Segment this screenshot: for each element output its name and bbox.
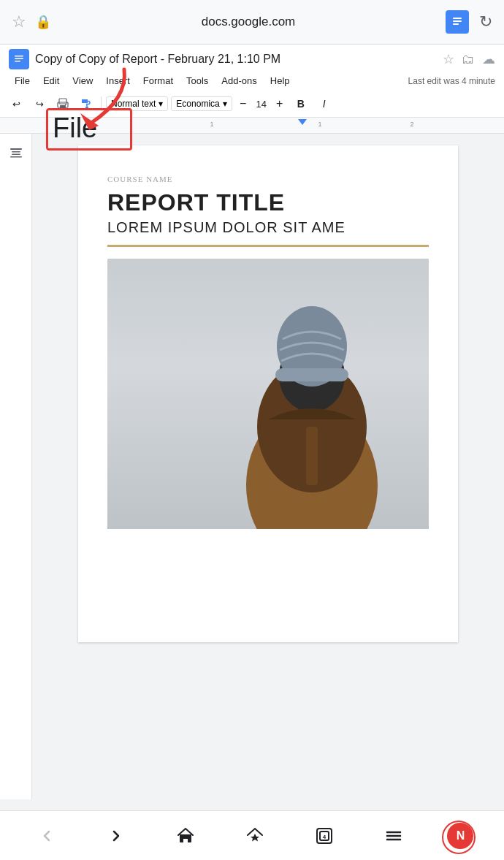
gdocs-logo (9, 49, 29, 69)
menu-file[interactable]: File (9, 72, 36, 89)
menu-help[interactable]: Help (264, 72, 296, 89)
svg-rect-2 (453, 20, 462, 22)
toolbar-separator-1 (101, 96, 102, 111)
font-value: Economica (176, 99, 219, 109)
style-chevron: ▾ (159, 99, 163, 109)
ruler-mark-1: 1 (210, 121, 213, 128)
gold-divider (107, 245, 429, 247)
star-icon[interactable]: ☆ (12, 12, 26, 31)
bookmark-icon[interactable]: ☆ (443, 51, 454, 67)
style-value: Normal text (111, 99, 156, 109)
tabs-button[interactable]: 4 (308, 820, 340, 852)
lorem-text: LOREM IPSUM DOLOR SIT AME (107, 219, 429, 236)
lock-icon: 🔒 (35, 14, 51, 30)
browser-chrome: ☆ 🔒 docs.google.com ↻ (0, 0, 504, 45)
person-silhouette (210, 281, 414, 529)
svg-text:4: 4 (323, 834, 327, 840)
undo-button[interactable]: ↩ (6, 94, 26, 114)
home-button[interactable] (169, 820, 202, 852)
doc-header: Copy of Copy of Report - February 21, 1:… (0, 45, 504, 91)
ruler-inner: 1 1 2 (98, 118, 498, 133)
redo-button[interactable]: ↪ (29, 94, 50, 114)
course-name: COURSE NAME (107, 175, 429, 183)
svg-rect-5 (15, 56, 23, 57)
menu-insert[interactable]: Insert (100, 72, 136, 89)
title-icons: ☆ 🗂 ☁ (443, 51, 495, 67)
bookmarks-button[interactable] (239, 820, 271, 852)
svg-rect-10 (60, 105, 66, 108)
bold-button[interactable]: B (291, 94, 311, 114)
address-left: ☆ 🔒 (12, 12, 51, 31)
ruler-mark-2: 1 (318, 121, 321, 128)
docs-app-icon[interactable] (446, 10, 469, 34)
svg-rect-3 (453, 23, 459, 25)
address-bar: ☆ 🔒 docs.google.com ↻ (0, 0, 504, 44)
font-size-controls: − 14 + (235, 96, 288, 112)
refresh-icon[interactable]: ↻ (479, 12, 492, 31)
font-chevron: ▾ (223, 99, 227, 109)
ruler-marker[interactable] (298, 119, 307, 125)
user-avatar[interactable]: N (447, 823, 473, 849)
svg-rect-7 (15, 61, 20, 62)
font-size-decrease[interactable]: − (235, 96, 251, 112)
url-text: docs.google.com (202, 15, 296, 29)
main-area: COURSE NAME REPORT TITLE LOREM IPSUM DOL… (0, 134, 504, 799)
menu-tools[interactable]: Tools (180, 72, 214, 89)
menu-addons[interactable]: Add-ons (215, 72, 262, 89)
svg-rect-6 (15, 58, 23, 60)
menu-edit[interactable]: Edit (37, 72, 65, 89)
font-dropdown[interactable]: Economica ▾ (171, 96, 232, 111)
font-size-value[interactable]: 14 (253, 99, 270, 110)
menu-view[interactable]: View (66, 72, 99, 89)
svg-rect-14 (12, 151, 20, 153)
back-button[interactable] (31, 820, 63, 852)
document-area: COURSE NAME REPORT TITLE LOREM IPSUM DOL… (32, 134, 504, 799)
font-size-increase[interactable]: + (272, 96, 288, 112)
document-image (107, 259, 429, 529)
svg-rect-16 (10, 156, 22, 158)
menu-format[interactable]: Format (137, 72, 179, 89)
print-button[interactable] (53, 94, 73, 114)
address-right: ↻ (446, 10, 492, 34)
bottom-nav: 4 N (0, 810, 504, 860)
svg-rect-22 (306, 427, 318, 485)
ruler-mark-3: 2 (410, 121, 413, 128)
svg-rect-12 (85, 107, 88, 108)
style-dropdown[interactable]: Normal text ▾ (106, 96, 168, 111)
doc-title-row: Copy of Copy of Report - February 21, 1:… (9, 49, 495, 69)
report-title: REPORT TITLE (107, 189, 429, 216)
svg-rect-1 (453, 18, 462, 19)
svg-rect-13 (10, 148, 22, 150)
last-edit-text: Last edit was 4 minute (408, 76, 495, 86)
menu-bar: File Edit View Insert Format Tools Add-o… (9, 71, 495, 91)
sidebar-panel (0, 134, 32, 799)
folder-icon[interactable]: 🗂 (462, 52, 475, 67)
cloud-icon[interactable]: ☁ (482, 51, 495, 67)
svg-point-11 (65, 104, 66, 105)
format-toolbar: ↩ ↪ Normal text ▾ Economica ▾ − 14 + B I (0, 91, 504, 118)
doc-title: Copy of Copy of Report - February 21, 1:… (35, 53, 437, 66)
italic-button[interactable]: I (314, 94, 335, 114)
menu-button[interactable] (378, 820, 410, 852)
svg-rect-21 (275, 368, 348, 381)
ruler: 1 1 2 (0, 118, 504, 134)
outline-icon[interactable] (6, 142, 26, 163)
document-page: COURSE NAME REPORT TITLE LOREM IPSUM DOL… (78, 145, 458, 642)
svg-rect-8 (59, 99, 66, 104)
paint-format-button[interactable] (76, 94, 96, 114)
svg-rect-15 (12, 154, 20, 156)
forward-button[interactable] (100, 820, 132, 852)
